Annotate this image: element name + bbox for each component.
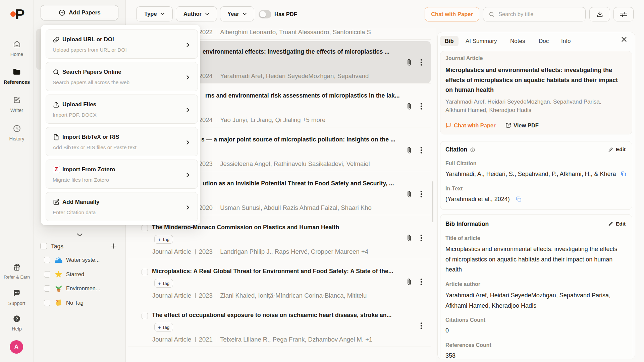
svg-text:?: ? <box>15 316 18 321</box>
